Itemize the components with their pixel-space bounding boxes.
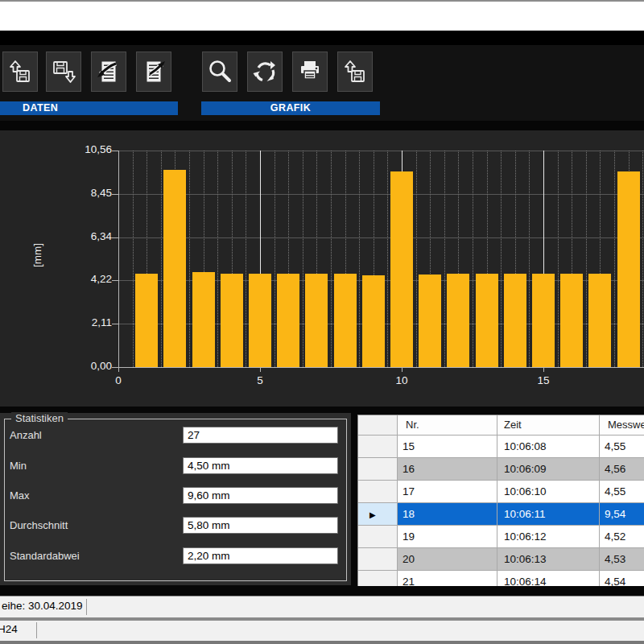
bar [476, 274, 498, 367]
bar [334, 274, 357, 367]
bar [447, 274, 469, 367]
table-row[interactable]: 1710:06:104,55 [358, 481, 644, 503]
status-bar-secondary: H24 [0, 621, 644, 641]
standardabweichung-label: Standardabwei [10, 550, 80, 562]
y-tick-label: 0,00 [68, 360, 112, 372]
floppy-arrow-up-icon [6, 58, 34, 85]
measurements-table: Nr.ZeitMesswert1510:06:084,551610:06:094… [357, 415, 644, 586]
y-axis-tick [112, 324, 118, 324]
row-selector-cell[interactable] [358, 526, 398, 548]
cell-nr: 15 [398, 436, 497, 458]
gridline-v [331, 151, 332, 367]
x-axis-tick [543, 368, 544, 372]
window-top-edge [0, 0, 644, 2]
bar [419, 275, 441, 367]
gridline-v [586, 151, 587, 367]
column-header[interactable]: Zeit [497, 415, 600, 436]
bar [277, 274, 299, 367]
row-selector-header[interactable] [358, 415, 398, 436]
y-tick-label: 6,34 [68, 230, 112, 242]
current-row-arrow-icon: ▶ [369, 510, 376, 519]
y-axis-tick [112, 237, 118, 238]
table-row[interactable]: 1610:06:094,56 [358, 458, 644, 481]
cell-messwert: 4,55 [600, 436, 644, 458]
gridline-v [529, 151, 530, 367]
cell-zeit: 10:06:10 [497, 481, 600, 503]
x-tick-label: 5 [244, 374, 276, 386]
import-data-button[interactable] [91, 52, 126, 92]
column-header[interactable]: Nr. [398, 415, 497, 436]
statistics-panel: Statistiken Anzahl Min Max Durchschnitt … [0, 413, 351, 585]
durchschnitt-label: Durchschnitt [10, 519, 68, 531]
cell-messwert: 4,53 [600, 548, 644, 571]
bar [617, 171, 640, 367]
row-selector-cell[interactable] [358, 548, 398, 571]
recycle-icon [251, 58, 279, 85]
cell-messwert: 4,54 [600, 571, 644, 586]
x-axis-line [118, 367, 644, 368]
gridline-v [642, 151, 643, 367]
cell-zeit: 10:06:09 [497, 458, 600, 481]
table-row[interactable]: 1910:06:124,52 [358, 526, 644, 548]
gridline-v [416, 151, 417, 367]
status-series-date: eihe: 30.04.2019 [2, 600, 83, 612]
cell-nr: 18 [398, 503, 497, 526]
row-selector-cell[interactable]: ▶ [358, 503, 398, 526]
y-axis-line [118, 151, 119, 367]
refresh-button[interactable] [247, 52, 283, 92]
bar [135, 274, 158, 367]
x-tick-label: 10 [386, 374, 418, 386]
table-row[interactable]: 2110:06:144,54 [358, 571, 644, 586]
cell-zeit: 10:06:12 [497, 526, 600, 548]
table-row[interactable]: 1510:06:084,55 [358, 436, 644, 458]
gridline-v [246, 151, 246, 367]
y-axis-unit-label: [mm] [31, 239, 47, 271]
x-axis-tick [260, 368, 261, 372]
cell-messwert: 4,56 [600, 458, 644, 481]
open-file-button[interactable] [2, 52, 38, 92]
y-axis-tick [112, 151, 118, 151]
bar [504, 274, 526, 367]
gridline-v [275, 151, 275, 367]
cell-nr: 17 [398, 481, 497, 503]
gridline-v [303, 151, 303, 367]
row-selector-cell[interactable] [358, 571, 398, 586]
export-graphic-button[interactable] [337, 52, 373, 92]
standardabweichung-field[interactable] [183, 547, 338, 564]
status-bar-divider [36, 622, 37, 638]
row-selector-cell[interactable] [358, 481, 398, 503]
bar [221, 274, 243, 367]
status-bar-divider [86, 599, 87, 615]
zoom-button[interactable] [202, 52, 237, 92]
max-field[interactable] [183, 487, 338, 504]
y-tick-label: 2,11 [68, 316, 112, 328]
floppy-arrow-up-icon [341, 58, 369, 85]
anzahl-field[interactable] [183, 427, 338, 444]
y-axis-tick [112, 194, 118, 195]
gridline-v [359, 151, 360, 367]
cell-nr: 21 [398, 571, 497, 586]
gridline-v [217, 151, 218, 367]
max-label: Max [10, 489, 30, 502]
table-header-row: Nr.ZeitMesswert [358, 415, 644, 436]
row-selector-cell[interactable] [358, 436, 398, 458]
table-row[interactable]: 2010:06:134,53 [358, 548, 644, 571]
save-file-button[interactable] [46, 52, 81, 92]
anzahl-label: Anzahl [10, 429, 42, 441]
row-selector-cell[interactable] [358, 458, 398, 481]
gridline-v [161, 151, 162, 367]
print-button[interactable] [292, 52, 328, 92]
bar [560, 274, 583, 367]
cell-messwert: 4,52 [600, 526, 644, 548]
export-data-button[interactable] [136, 52, 171, 92]
status-device: H24 [0, 623, 18, 635]
durchschnitt-field[interactable] [183, 517, 338, 534]
column-header[interactable]: Messwert [600, 415, 644, 436]
printer-icon [296, 58, 324, 85]
table-row[interactable]: ▶1810:06:119,54 [358, 503, 644, 526]
min-field[interactable] [183, 457, 338, 474]
gridline-v [133, 151, 134, 367]
cell-messwert: 4,55 [600, 481, 644, 503]
bar [588, 274, 611, 367]
daten-group-label: DATEN [0, 101, 178, 115]
